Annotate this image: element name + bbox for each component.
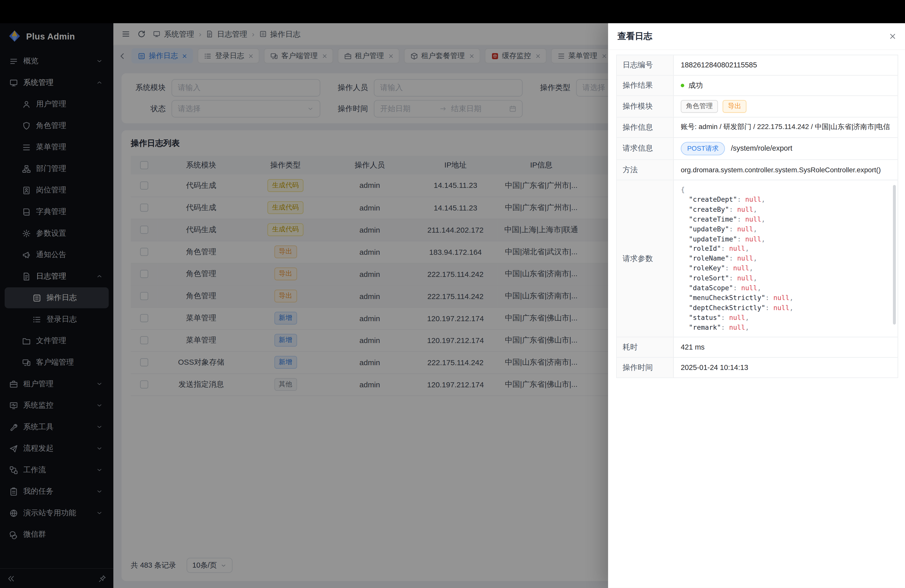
detail-label: 请求信息: [617, 138, 674, 159]
detail-row-result: 操作结果成功: [617, 76, 898, 96]
json-line: "createBy": null,: [681, 205, 891, 215]
detail-value-request: POST请求/system/role/export: [674, 138, 897, 159]
detail-value-method: org.dromara.system.controller.system.Sys…: [674, 160, 897, 180]
detail-label: 方法: [617, 160, 674, 180]
module-tag: 角色管理: [681, 100, 718, 113]
detail-value-params: { "createDept": null, "createBy": null, …: [674, 180, 897, 337]
json-line: "roleSort": null,: [681, 273, 891, 283]
view-log-drawer: 查看日志 日志编号1882612840802115585操作结果成功操作模块角色…: [608, 23, 905, 588]
detail-label: 请求参数: [617, 180, 674, 337]
json-line: "remark": null,: [681, 323, 891, 332]
drawer-header: 查看日志: [608, 23, 905, 50]
log-detail-table: 日志编号1882612840802115585操作结果成功操作模块角色管理导出操…: [616, 54, 898, 378]
detail-value-result: 成功: [674, 76, 897, 95]
json-line: "updateTime": null,: [681, 234, 891, 244]
request-path: /system/role/export: [731, 145, 792, 153]
http-method-tag: POST请求: [681, 141, 725, 155]
json-line: {: [681, 185, 891, 195]
json-line: "status": null,: [681, 313, 891, 323]
detail-row-method: 方法org.dromara.system.controller.system.S…: [617, 160, 898, 180]
json-line: "dataScope": null,: [681, 283, 891, 293]
detail-row-params: 请求参数{ "createDept": null, "createBy": nu…: [617, 180, 898, 337]
detail-label: 操作时间: [617, 358, 674, 378]
drawer-title: 查看日志: [618, 31, 653, 42]
json-line: "roleKey": null,: [681, 264, 891, 273]
detail-value-time: 2025-01-24 10:14:13: [674, 358, 897, 378]
detail-label: 日志编号: [617, 55, 674, 75]
scrollbar-thumb[interactable]: [893, 185, 896, 324]
detail-row-module: 操作模块角色管理导出: [617, 96, 898, 117]
json-line: "createDept": null,: [681, 195, 891, 205]
detail-row-log-id: 日志编号1882612840802115585: [617, 55, 898, 76]
detail-label: 操作模块: [617, 96, 674, 117]
detail-value-log-id: 1882612840802115585: [674, 55, 897, 75]
detail-value-module: 角色管理导出: [674, 96, 897, 117]
detail-row-time: 操作时间2025-01-24 10:14:13: [617, 358, 898, 378]
json-line: "roleName": null,: [681, 254, 891, 264]
json-line: "roleId": null,: [681, 244, 891, 254]
detail-row-info: 操作信息账号: admin / 研发部门 / 222.175.114.242 /…: [617, 117, 898, 138]
request-params-json[interactable]: { "createDept": null, "createBy": null, …: [681, 185, 891, 332]
detail-value-info: 账号: admin / 研发部门 / 222.175.114.242 / 中国|…: [674, 117, 897, 137]
detail-label: 操作信息: [617, 117, 674, 137]
json-line: "menuCheckStrictly": null,: [681, 293, 891, 303]
json-line: "createTime": null,: [681, 215, 891, 224]
success-dot: [681, 84, 684, 87]
detail-row-request: 请求信息POST请求/system/role/export: [617, 138, 898, 160]
status-text: 成功: [688, 81, 703, 90]
screen: Plus Admin 概览系统管理用户管理角色管理菜单管理部门管理岗位管理字典管…: [0, 0, 905, 588]
detail-value-duration: 421 ms: [674, 337, 897, 357]
json-line: "deptCheckStrictly": null,: [681, 303, 891, 313]
detail-label: 操作结果: [617, 76, 674, 95]
viewport: Plus Admin 概览系统管理用户管理角色管理菜单管理部门管理岗位管理字典管…: [0, 0, 905, 588]
module-tag: 导出: [722, 100, 746, 113]
json-line: "updateBy": null,: [681, 224, 891, 234]
close-icon[interactable]: [888, 32, 897, 41]
detail-label: 耗时: [617, 337, 674, 357]
detail-row-duration: 耗时421 ms: [617, 337, 898, 358]
